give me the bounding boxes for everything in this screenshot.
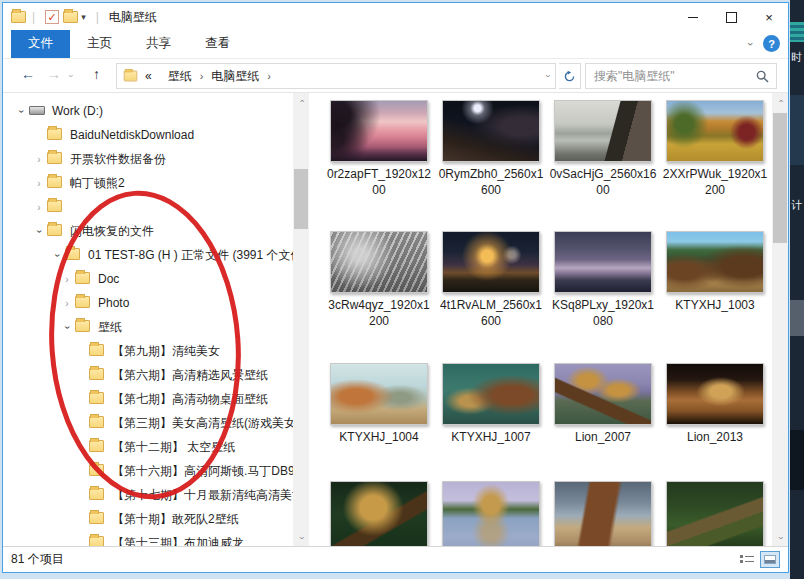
tree-item[interactable]: › 壁纸 (3, 315, 293, 339)
chevron-right-icon[interactable]: › (31, 202, 47, 213)
tree-item[interactable]: › 开票软件数据备份 (3, 147, 293, 171)
file-item[interactable]: 4t1RvALM_2560x1600 (435, 231, 547, 363)
minimize-button[interactable] (674, 3, 712, 31)
scroll-up-icon[interactable]: › (772, 93, 788, 109)
scroll-down-icon[interactable]: › (772, 530, 788, 546)
file-name: 2XXrPWuk_1920x1200 (661, 167, 769, 198)
folder-icon (75, 320, 92, 335)
tree-item[interactable]: › 01 TEST-8G (H ) 正常文件 (3991 个文件 (3, 243, 293, 267)
tree-item[interactable]: 【第九期】清纯美女 (3, 339, 293, 363)
tree-item[interactable]: 【第六期】高清精选风景壁纸 (3, 363, 293, 387)
file-item[interactable]: Lion_2013 (659, 363, 771, 481)
file-item[interactable]: KTYXHJ_1004 (323, 363, 435, 481)
tree-item[interactable]: › Photo (3, 291, 293, 315)
wallpaper-thumbnail (554, 481, 652, 546)
search-input[interactable] (586, 69, 756, 83)
desktop-fragment (790, 95, 804, 165)
tree-item[interactable]: 【第三期】美女高清壁纸(游戏美女专辑 (3, 411, 293, 435)
file-item[interactable] (547, 481, 659, 546)
file-item[interactable] (659, 481, 771, 546)
details-view-icon[interactable] (738, 552, 756, 568)
wallpaper-thumbnail (666, 481, 764, 546)
back-button[interactable]: ← (21, 66, 35, 82)
thumbnail-view-icon[interactable] (760, 551, 780, 568)
tree-item[interactable]: › 闪电恢复的文件 (3, 219, 293, 243)
chevron-right-icon[interactable]: › (59, 274, 75, 285)
folder-icon (47, 128, 64, 143)
history-dropdown-icon[interactable]: › (66, 75, 76, 78)
tree-item[interactable]: › 帕丁顿熊2 (3, 171, 293, 195)
tree-item[interactable]: 【第十六期】高清阿斯顿.马丁DB9 (3, 459, 293, 483)
file-name: Lion_2007 (549, 430, 657, 446)
breadcrumb-pc-wallpaper[interactable]: 电脑壁纸 (211, 68, 259, 85)
breadcrumb-wallpaper[interactable]: 壁纸 (168, 68, 192, 85)
tree-item[interactable]: › Doc (3, 267, 293, 291)
desktop-text-fragment: 计 (791, 198, 802, 213)
tree-item[interactable]: › BaiduNetdiskDownload (3, 123, 293, 147)
breadcrumb-overflow[interactable]: « (145, 69, 152, 83)
folder-icon (75, 296, 92, 311)
file-item[interactable] (435, 481, 547, 546)
chevron-down-icon[interactable]: › (16, 103, 27, 119)
file-item[interactable]: 0vSacHjG_2560x1600 (547, 100, 659, 231)
scroll-up-icon[interactable]: › (293, 93, 309, 109)
tree-item[interactable]: 【第七期】高清动物桌面壁纸 (3, 387, 293, 411)
tree-item-work-drive[interactable]: › Work (D:) (3, 99, 293, 123)
main-area: › Work (D:) › BaiduNetdiskDownload › 开票软… (3, 93, 788, 546)
up-button[interactable]: ↑ (93, 66, 100, 82)
folder-icon (89, 440, 106, 455)
tree-item[interactable]: 【第十三期】布加迪威龙 (3, 531, 293, 546)
tree-label: 【第十二期】 太空壁纸 (112, 439, 235, 456)
desktop-background: 时 计 (790, 0, 804, 579)
refresh-button[interactable] (559, 63, 581, 89)
tree-scrollbar[interactable]: › › (293, 93, 309, 546)
chevron-right-icon[interactable]: › (31, 154, 47, 165)
close-button[interactable]: × (750, 3, 788, 31)
file-item[interactable]: 0RymZbh0_2560x1600 (435, 100, 547, 231)
file-item[interactable]: 0r2zapFT_1920x1200 (323, 100, 435, 231)
file-item[interactable] (323, 481, 435, 546)
search-icon[interactable] (756, 70, 769, 83)
files-scrollbar[interactable]: › › (772, 93, 788, 546)
scrollbar-thumb[interactable] (294, 169, 308, 229)
folder-icon (65, 248, 82, 263)
tree-item[interactable]: 【第十期】敢死队2壁纸 (3, 507, 293, 531)
file-name: KTYXHJ_1004 (325, 430, 433, 446)
ribbon-tab-bar: 文件 主页 共享 查看 (3, 31, 788, 59)
tab-home[interactable]: 主页 (70, 30, 129, 58)
ribbon-collapse-icon[interactable]: › (745, 42, 757, 46)
scrollbar-thumb[interactable] (773, 113, 787, 243)
tree-item[interactable]: › (3, 195, 293, 219)
tab-view[interactable]: 查看 (188, 30, 247, 58)
file-item[interactable]: Lion_2007 (547, 363, 659, 481)
file-item[interactable]: KSq8PLxy_1920x1080 (547, 231, 659, 363)
chevron-down-icon[interactable]: › (52, 247, 63, 263)
wallpaper-thumbnail (330, 363, 428, 425)
chevron-down-icon[interactable]: › (34, 223, 45, 239)
file-item[interactable]: KTYXHJ_1007 (435, 363, 547, 481)
tab-file[interactable]: 文件 (11, 30, 70, 58)
help-icon[interactable]: ? (763, 35, 780, 52)
tree-item[interactable]: 【第十二期】 太空壁纸 (3, 435, 293, 459)
tree-label: Photo (98, 296, 129, 310)
chevron-down-icon[interactable]: › (62, 319, 73, 335)
search-box[interactable] (585, 63, 777, 89)
quick-access-caret-icon[interactable]: ▾ (81, 12, 86, 22)
chevron-right-icon[interactable]: › (31, 178, 47, 189)
quick-access-folder-icon[interactable] (63, 11, 78, 23)
forward-button[interactable]: → (47, 66, 61, 82)
tab-share[interactable]: 共享 (129, 30, 188, 58)
address-bar[interactable]: « 壁纸 › 电脑壁纸 › › (116, 63, 556, 89)
file-item[interactable]: 2XXrPWuk_1920x1200 (659, 100, 771, 231)
folder-icon (89, 536, 106, 547)
wallpaper-thumbnail (442, 100, 540, 162)
tree-item[interactable]: 【第十七期】十月最新清纯高清美女壁纸 (3, 483, 293, 507)
wallpaper-thumbnail (330, 231, 428, 293)
maximize-button[interactable] (712, 3, 750, 31)
file-item[interactable]: KTYXHJ_1003 (659, 231, 771, 363)
file-item[interactable]: 3cRw4qyz_1920x1200 (323, 231, 435, 363)
chevron-right-icon[interactable]: › (59, 298, 75, 309)
address-dropdown-icon[interactable]: › (543, 75, 553, 78)
quick-access-check-icon[interactable]: ✓ (45, 10, 59, 24)
scroll-down-icon[interactable]: › (293, 530, 309, 546)
